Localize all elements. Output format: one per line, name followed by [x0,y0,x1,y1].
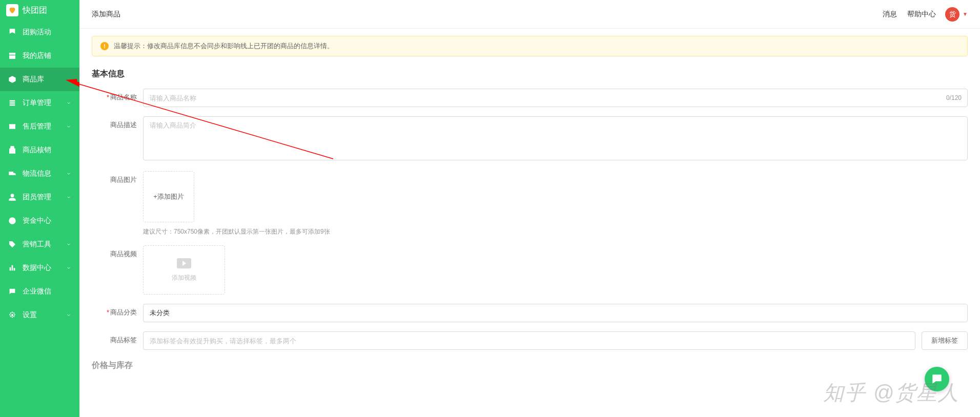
sidebar-item-label: 商品库 [23,75,71,84]
gear-icon [8,311,16,319]
page-title: 添加商品 [92,10,120,19]
sidebar-item-aftersale[interactable]: 售后管理 [0,115,79,138]
sidebar-item-logistics[interactable]: 物流信息 [0,162,79,185]
coin-icon [8,217,16,225]
add-video-button[interactable]: 添加视频 [143,245,225,295]
sidebar-item-label: 设置 [23,310,66,320]
chat-icon [8,287,16,296]
chevron-down-icon [66,171,71,176]
sidebar-item-verification[interactable]: 商品核销 [0,138,79,162]
sidebar: 快团团 团购活动 我的店铺 商品库 订单管理 售后管理 [0,0,79,417]
video-icon [177,258,191,268]
alert-body: 修改商品库信息不会同步和影响线上已开团的商品的信息详情。 [147,42,334,50]
content: ! 温馨提示：修改商品库信息不会同步和影响线上已开团的商品的信息详情。 基本信息… [79,29,980,417]
chevron-down-icon [66,195,71,200]
chart-icon [8,264,16,272]
label-image: 商品图片 [92,171,143,236]
store-icon [8,52,16,60]
sidebar-item-label: 商品核销 [23,145,71,155]
logo-text: 快团团 [23,5,47,16]
svg-point-1 [11,314,13,316]
sidebar-item-group-buy[interactable]: 团购活动 [0,20,79,44]
form-row-tags: 商品标签 新增标签 [92,331,968,350]
user-icon [8,193,16,201]
section-price-stock: 价格与库存 [92,360,968,371]
messages-link[interactable]: 消息 [883,10,897,19]
sidebar-item-members[interactable]: 团员管理 [0,185,79,209]
truck-icon [8,170,16,178]
category-select[interactable]: 未分类 [143,304,968,322]
form-row-desc: 商品描述 [92,116,968,162]
sidebar-item-wechat[interactable]: 企业微信 [0,280,79,303]
sidebar-item-label: 我的店铺 [23,51,71,60]
sidebar-item-data[interactable]: 数据中心 [0,256,79,280]
list-icon [8,99,16,107]
bubble-icon [930,372,944,386]
product-desc-input[interactable] [143,116,968,160]
warning-alert: ! 温馨提示：修改商品库信息不会同步和影响线上已开团的商品的信息详情。 [92,36,968,56]
sidebar-item-label: 企业微信 [23,287,71,296]
form-row-name: *商品名称 0/120 [92,89,968,107]
support-icon [8,122,16,131]
sidebar-item-label: 售后管理 [23,122,66,131]
help-link[interactable]: 帮助中心 [907,10,936,19]
svg-point-0 [9,217,15,224]
sidebar-item-settings[interactable]: 设置 [0,303,79,327]
bag-icon [8,146,16,154]
sidebar-item-label: 订单管理 [23,98,66,108]
sidebar-item-store[interactable]: 我的店铺 [0,44,79,68]
sidebar-item-label: 团购活动 [23,28,71,37]
chevron-down-icon [66,265,71,270]
sidebar-item-funds[interactable]: 资金中心 [0,209,79,233]
warning-icon: ! [100,42,109,50]
sidebar-item-label: 团员管理 [23,193,66,202]
topbar: 添加商品 消息 帮助中心 货 ▼ [79,0,980,29]
label-name: *商品名称 [92,89,143,107]
video-label: 添加视频 [172,274,196,282]
add-tag-button[interactable]: 新增标签 [922,331,968,350]
product-name-input[interactable] [143,89,968,107]
sidebar-item-label: 数据中心 [23,263,66,273]
form-row-category: *商品分类 未分类 [92,304,968,322]
label-desc: 商品描述 [92,116,143,162]
chevron-down-icon [66,242,71,247]
form-row-video: 商品视频 添加视频 [92,245,968,295]
chevron-down-icon [66,124,71,129]
fab-chat[interactable] [925,367,949,391]
alert-text: 温馨提示：修改商品库信息不会同步和影响线上已开团的商品的信息详情。 [114,41,334,51]
add-image-button[interactable]: +添加图片 [143,171,194,222]
main: 添加商品 消息 帮助中心 货 ▼ ! 温馨提示：修改商品库信息不会同步和影响线上… [79,0,980,417]
sidebar-item-label: 营销工具 [23,240,66,249]
sidebar-item-label: 物流信息 [23,169,66,178]
caret-down-icon[interactable]: ▼ [963,11,968,17]
chevron-down-icon [66,100,71,106]
category-value: 未分类 [150,308,170,318]
tags-input[interactable] [143,331,915,350]
flag-icon [8,28,16,36]
label-tags: 商品标签 [92,331,143,350]
name-counter: 0/120 [946,89,962,107]
heart-icon [6,4,18,16]
tag-icon [8,240,16,248]
chevron-down-icon [66,312,71,318]
form-row-image: 商品图片 +添加图片 建议尺寸：750x750像素，开团默认显示第一张图片，最多… [92,171,968,236]
sidebar-item-products[interactable]: 商品库 [0,68,79,91]
sidebar-item-marketing[interactable]: 营销工具 [0,233,79,256]
image-hint: 建议尺寸：750x750像素，开团默认显示第一张图片，最多可添加9张 [143,227,968,236]
box-icon [8,75,16,84]
sidebar-item-label: 资金中心 [23,216,71,225]
label-video: 商品视频 [92,245,143,295]
label-category: *商品分类 [92,304,143,322]
alert-prefix: 温馨提示： [114,42,147,50]
section-basic-info: 基本信息 [92,69,968,79]
sidebar-item-orders[interactable]: 订单管理 [0,91,79,115]
logo[interactable]: 快团团 [0,0,79,20]
avatar[interactable]: 货 [945,7,959,22]
